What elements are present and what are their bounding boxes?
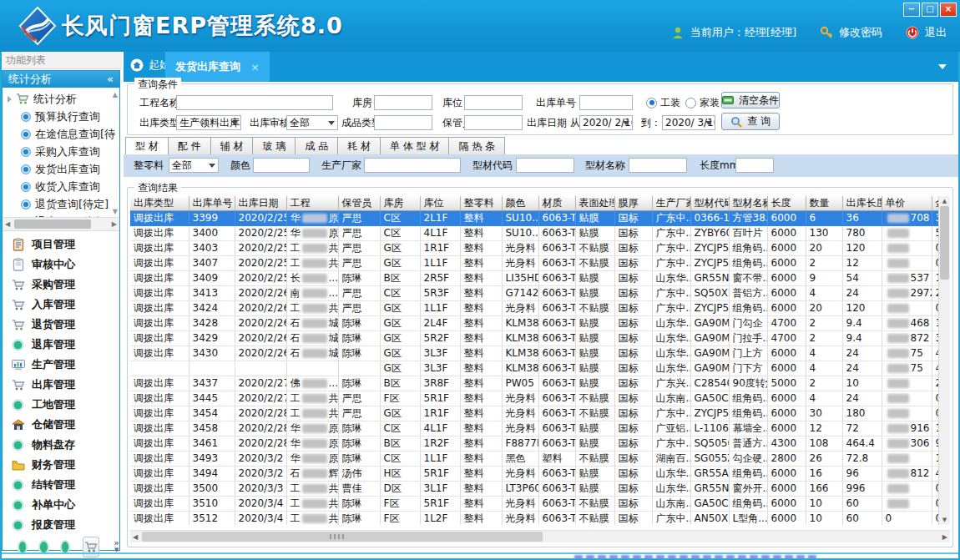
- column-header-保管员[interactable]: 保管员: [338, 196, 380, 211]
- material-tab-玻璃[interactable]: 玻 璃: [253, 137, 296, 156]
- table-row[interactable]: 调拨出库33992020/2/25华原...严思C区2L1F整料SU10...6…: [130, 211, 939, 226]
- sidebar-item-退货管理[interactable]: 退货管理: [3, 315, 119, 335]
- sidebar-item-财务管理[interactable]: 财务管理: [3, 455, 119, 475]
- column-header-出库日期[interactable]: 出库日期: [235, 196, 286, 211]
- sidebar-item-审核中心[interactable]: 审核中心: [3, 255, 119, 275]
- column-header-单价[interactable]: 单价: [882, 196, 932, 211]
- scroll-thumb[interactable]: [940, 206, 949, 280]
- scroll-right-icon[interactable]: ▶: [112, 220, 117, 228]
- sidebar-panel-header[interactable]: 统计分析 «: [3, 71, 119, 88]
- material-tab-型材[interactable]: 型 材: [125, 137, 169, 156]
- scroll-left-icon[interactable]: ◀: [5, 220, 10, 228]
- tree-hscrollbar[interactable]: ◀ ▶: [3, 218, 119, 231]
- expander-icon[interactable]: [8, 96, 12, 103]
- tree-item-预算执行查询[interactable]: 预算执行查询: [3, 108, 119, 125]
- out-no-input[interactable]: [579, 95, 633, 110]
- table-row[interactable]: 调拨出库34032020/2/25工共工程严思G区1R1F整料光身料6063-T…: [130, 241, 939, 256]
- table-row[interactable]: 调拨出库34092020/2/25长...陈琳B区2R5F整料LI35HD606…: [130, 271, 939, 286]
- whole-select[interactable]: 全部: [169, 158, 219, 173]
- column-header-表面处理[interactable]: 表面处理: [575, 196, 614, 211]
- column-header-库位[interactable]: 库位: [420, 196, 460, 211]
- tab-list-dropdown-icon[interactable]: [938, 64, 947, 69]
- material-tab-辅材[interactable]: 辅 材: [211, 137, 254, 156]
- date-to-picker[interactable]: 2020/ 3/16: [662, 115, 715, 130]
- maker-input[interactable]: [364, 158, 461, 173]
- scroll-up-icon[interactable]: ▲: [113, 91, 118, 98]
- dot-icon[interactable]: [62, 542, 68, 552]
- minimize-button[interactable]: −: [903, 3, 920, 17]
- table-row[interactable]: 调拨出库34932020/3/2华原...陈琳C区1L1F整料黑色塑料不贴膜国标…: [130, 452, 939, 467]
- logout-link[interactable]: 退出: [925, 25, 947, 40]
- project-name-input[interactable]: [176, 95, 333, 110]
- table-row[interactable]: 调拨出库34452020/2/27工共工程严思F区5R1F整料光身料6063-T…: [130, 391, 939, 406]
- material-tab-耗材[interactable]: 耗 材: [338, 137, 381, 156]
- scroll-down-icon[interactable]: ▼: [939, 517, 950, 523]
- column-header-库房[interactable]: 库房: [380, 196, 420, 211]
- column-header-整零料[interactable]: 整零料: [460, 196, 502, 211]
- sidebar-item-生产管理[interactable]: 生产管理: [3, 355, 119, 375]
- scroll-thumb[interactable]: [142, 532, 543, 542]
- tree-item-收货入库查询[interactable]: 收货入库查询: [3, 178, 119, 195]
- sidebar-item-出库管理[interactable]: 出库管理: [3, 375, 119, 395]
- sidebar-item-报废管理[interactable]: 报废管理: [3, 515, 119, 535]
- table-row[interactable]: 调拨出库34242020/2/26工共工程严思G区1L1F整料光身料6063-T…: [130, 301, 939, 316]
- column-header-颜色[interactable]: 颜色: [502, 196, 538, 211]
- table-row[interactable]: 调拨出库34942020/3/2石辉城汤伟H区5R1F整料光身料6063-T5贴…: [130, 467, 939, 482]
- column-header-工程[interactable]: 工程: [286, 196, 338, 211]
- column-header-膜厚[interactable]: 膜厚: [614, 196, 652, 211]
- collapse-icon[interactable]: «: [107, 71, 114, 88]
- tree-item-发货出库查询[interactable]: 发货出库查询: [3, 160, 119, 178]
- sidebar-item-补单中心[interactable]: 补单中心: [3, 495, 119, 515]
- search-button[interactable]: 查 询: [721, 113, 780, 130]
- column-header-材质[interactable]: 材质: [538, 196, 575, 211]
- material-tab-单体型材[interactable]: 单 体 型 材: [381, 137, 449, 156]
- column-header-长度[interactable]: 长度: [767, 196, 806, 211]
- column-header-数量[interactable]: 数量: [806, 196, 842, 211]
- material-tab-配件[interactable]: 配 件: [169, 137, 211, 156]
- table-row[interactable]: 调拨出库34282020/2/26石城陈琳G区2L4F整料KLM38176063…: [130, 316, 939, 331]
- dot-icon[interactable]: [19, 542, 26, 552]
- material-tab-成品[interactable]: 成 品: [296, 137, 338, 156]
- tree-item-采购入库查询[interactable]: 采购入库查询: [3, 143, 119, 160]
- column-header-出库单号[interactable]: 出库单号: [189, 196, 235, 211]
- table-row[interactable]: 调拨出库34542020/2/28工共工程严思G区1R1F整料光身料6063-T…: [130, 406, 939, 421]
- location-input[interactable]: [464, 95, 523, 110]
- radio-jiazhuang[interactable]: 家装: [685, 95, 720, 110]
- sidebar-item-工地管理[interactable]: 工地管理: [3, 395, 119, 415]
- dot-icon[interactable]: [40, 542, 47, 552]
- clear-conditions-button[interactable]: 清空条件: [721, 92, 780, 108]
- tree-root[interactable]: 统计分析: [3, 90, 119, 108]
- maximize-button[interactable]: □: [922, 3, 938, 17]
- table-row[interactable]: 调拨出库34132020/2/26南...严思C区5R3F整料G71422606…: [130, 286, 939, 301]
- column-header-出库类型[interactable]: 出库类型: [130, 196, 189, 211]
- table-row[interactable]: 调拨出库34582020/2/28华原...陈琳C区4L1F整料光身料6063-…: [130, 421, 939, 436]
- sidebar-item-结转管理[interactable]: 结转管理: [3, 475, 119, 495]
- column-header-生产厂家[interactable]: 生产厂家: [652, 196, 690, 211]
- table-row[interactable]: 调拨出库35002020/3/3工共工程曹佳D区3L1F整料LT3P606063…: [130, 482, 939, 497]
- scroll-right-icon[interactable]: ▶: [942, 533, 947, 541]
- color-input[interactable]: [253, 158, 310, 173]
- table-row[interactable]: 调拨出库34612020/2/28华原...陈琳B区1R2F整料F8877FT6…: [130, 436, 939, 452]
- table-row[interactable]: G区3L3F整料KLM38176063-T5贴膜国标山东华...GA90M09.…: [130, 361, 939, 376]
- scroll-left-icon[interactable]: ◀: [133, 533, 138, 541]
- scroll-down-icon[interactable]: ▼: [113, 208, 118, 215]
- sidebar-item-仓储管理[interactable]: 仓储管理: [3, 415, 119, 435]
- material-tab-隔热条[interactable]: 隔 热 条: [449, 137, 505, 156]
- sidebar-item-退库管理[interactable]: 退库管理: [3, 335, 119, 355]
- column-header-型材代码[interactable]: 型材代码: [690, 196, 729, 211]
- tree-item-退货查询待定[interactable]: 退货查询[待定]: [3, 195, 119, 213]
- column-header-型材名称[interactable]: 型材名称: [729, 196, 767, 211]
- out-type-select[interactable]: 生产领料出库: [176, 115, 241, 130]
- date-from-picker[interactable]: 2020/ 2/16: [579, 115, 633, 130]
- product-type-input[interactable]: [374, 115, 432, 130]
- warehouse-input[interactable]: [374, 95, 432, 110]
- sidebar-item-物料盘存[interactable]: 物料盘存: [3, 435, 119, 455]
- table-hscrollbar[interactable]: ◀ ▶: [130, 530, 950, 542]
- sidebar-item-入库管理[interactable]: 入库管理: [3, 295, 119, 315]
- close-button[interactable]: ×: [940, 3, 957, 17]
- name-input[interactable]: [629, 158, 687, 173]
- table-row[interactable]: 调拨出库34002020/2/25华原...严思C区4L1F整料SU10...6…: [130, 226, 939, 241]
- tab-close-icon[interactable]: ×: [250, 61, 260, 73]
- table-row[interactable]: 调拨出库34372020/2/27佛...陈琳B区3R8F整料PW056063-…: [130, 376, 939, 391]
- keeper-input[interactable]: [464, 115, 523, 130]
